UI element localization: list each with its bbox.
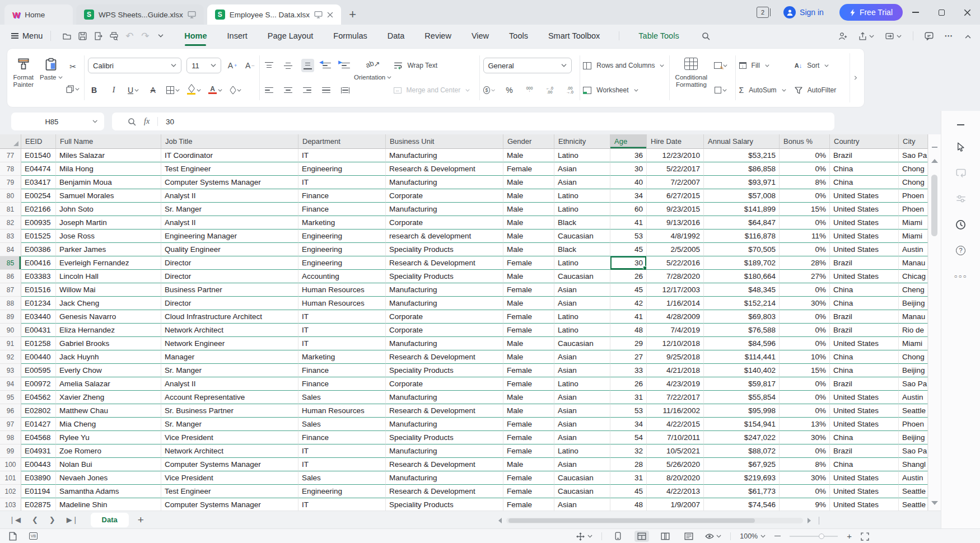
cell[interactable]: $48,345	[704, 283, 780, 297]
formula-input[interactable]: fx 30	[112, 113, 834, 130]
cell[interactable]: Brazil	[830, 324, 899, 337]
increase-decimal-button[interactable]: ←.0.00	[544, 83, 556, 97]
cell[interactable]: Cheng	[899, 283, 928, 297]
cell[interactable]: 8/20/2020	[647, 471, 704, 485]
cell[interactable]: Latino	[554, 256, 610, 270]
row-number[interactable]: 89	[0, 310, 21, 324]
row-number[interactable]: 79	[0, 176, 21, 189]
cell[interactable]: Male	[503, 243, 554, 256]
cell[interactable]: Everly Chow	[56, 364, 161, 377]
cell[interactable]: Latino	[554, 310, 610, 324]
cell[interactable]: 27	[610, 350, 647, 364]
cell[interactable]: Black	[554, 243, 610, 256]
column-header-department[interactable]: Department	[298, 134, 386, 149]
cell[interactable]: $53,215	[704, 149, 780, 162]
cell[interactable]: $59,817	[704, 377, 780, 391]
cell[interactable]: 5/22/2017	[647, 162, 704, 176]
cell[interactable]: 2/5/2005	[647, 243, 704, 256]
row-number[interactable]: 86	[0, 270, 21, 283]
cell[interactable]: 30%	[780, 471, 830, 485]
cell[interactable]: Business Partner	[161, 283, 298, 297]
cell[interactable]: Finance	[298, 377, 386, 391]
cell[interactable]: Research & Development	[386, 404, 503, 418]
cell[interactable]: Eliza Hernandez	[56, 324, 161, 337]
cell[interactable]: Research & Development	[386, 458, 503, 471]
cell[interactable]: Brazil	[830, 310, 899, 324]
share-with-people-icon[interactable]	[838, 31, 847, 41]
cell[interactable]: Willow Mai	[56, 283, 161, 297]
cell[interactable]: United States	[830, 418, 899, 431]
cell[interactable]: 29	[610, 337, 647, 350]
cell[interactable]: 40	[610, 176, 647, 189]
rows-and-columns-button[interactable]: Rows and Columns	[583, 57, 665, 74]
cell[interactable]: E00431	[21, 324, 56, 337]
column-header-country[interactable]: Country	[830, 134, 899, 149]
cell[interactable]: 9/23/2015	[647, 203, 704, 216]
row-number[interactable]: 103	[0, 498, 21, 511]
decrease-font-size-button[interactable]: A–	[244, 59, 256, 72]
row-number[interactable]: 93	[0, 364, 21, 377]
cell[interactable]: Chicag	[899, 270, 928, 283]
cell[interactable]: $93,971	[704, 176, 780, 189]
cell[interactable]: Engineering	[298, 485, 386, 498]
tab-formulas[interactable]: Formulas	[332, 26, 368, 45]
cell[interactable]: Beijing	[899, 431, 928, 444]
conditional-formatting-button[interactable]: Conditional Formatting	[673, 53, 710, 102]
paste-button[interactable]: Paste	[38, 53, 66, 102]
cell[interactable]: Speciality Products	[386, 431, 503, 444]
cell[interactable]: Female	[503, 310, 554, 324]
selected-cell[interactable]: 30	[610, 256, 647, 270]
row-number[interactable]: 92	[0, 350, 21, 364]
cell[interactable]: Asian	[554, 458, 610, 471]
cell[interactable]: 28%	[780, 256, 830, 270]
cell[interactable]: Research & Development	[386, 350, 503, 364]
cell[interactable]: $84,596	[704, 337, 780, 350]
cell[interactable]: 0%	[780, 216, 830, 230]
increase-indent-button[interactable]: ▶	[340, 59, 352, 72]
cell[interactable]: 0%	[780, 337, 830, 350]
cell[interactable]: United States	[830, 337, 899, 350]
cell[interactable]: Manufacturing	[386, 283, 503, 297]
cell[interactable]: Male	[503, 216, 554, 230]
cell[interactable]: Brazil	[830, 149, 899, 162]
cell[interactable]: Sr. Manger	[161, 418, 298, 431]
tab-insert[interactable]: Insert	[226, 26, 249, 45]
cell[interactable]: Engineering	[298, 256, 386, 270]
cell[interactable]: 26	[610, 270, 647, 283]
cell[interactable]: Brazil	[830, 377, 899, 391]
cell[interactable]: 4/28/2009	[647, 310, 704, 324]
split-handle[interactable]	[932, 147, 937, 148]
cell[interactable]: 9%	[780, 498, 830, 511]
cell-name-box[interactable]: H85	[11, 113, 104, 130]
cell[interactable]: Latino	[554, 377, 610, 391]
vertical-scrollbar[interactable]	[928, 134, 941, 511]
cell[interactable]: Research & Development	[386, 485, 503, 498]
cell[interactable]: Amelia Salazar	[56, 377, 161, 391]
cell[interactable]: China	[830, 350, 899, 364]
decrease-indent-button[interactable]: ◀	[321, 59, 333, 72]
cell[interactable]: Caucasian	[554, 337, 610, 350]
cell[interactable]: 30%	[780, 297, 830, 310]
align-left-button[interactable]	[263, 83, 276, 97]
cell[interactable]: Jack Huynh	[56, 350, 161, 364]
align-right-button[interactable]	[301, 83, 314, 97]
cell[interactable]: E03417	[21, 176, 56, 189]
next-sheet-icon[interactable]: ❯	[49, 516, 55, 524]
tab-home[interactable]: W Home	[4, 4, 73, 25]
column-header-job-title[interactable]: Job Title	[161, 134, 298, 149]
cell[interactable]: $69,803	[704, 310, 780, 324]
cell[interactable]: $154,941	[704, 418, 780, 431]
cell[interactable]: 0%	[780, 310, 830, 324]
cell[interactable]: 30%	[780, 431, 830, 444]
cell[interactable]: $86,858	[704, 162, 780, 176]
cell[interactable]: $140,402	[704, 364, 780, 377]
cell[interactable]: Mila Hong	[56, 162, 161, 176]
cell[interactable]: 36	[610, 149, 647, 162]
cell[interactable]: Zoe Romero	[56, 444, 161, 458]
cell[interactable]: Caucasian	[554, 485, 610, 498]
cell[interactable]: Xavier Zheng	[56, 391, 161, 404]
cell[interactable]: Jack Cheng	[56, 297, 161, 310]
cell[interactable]: Speciality Products	[386, 270, 503, 283]
cell[interactable]: Speciality Products	[386, 498, 503, 511]
history-icon[interactable]	[941, 212, 980, 237]
